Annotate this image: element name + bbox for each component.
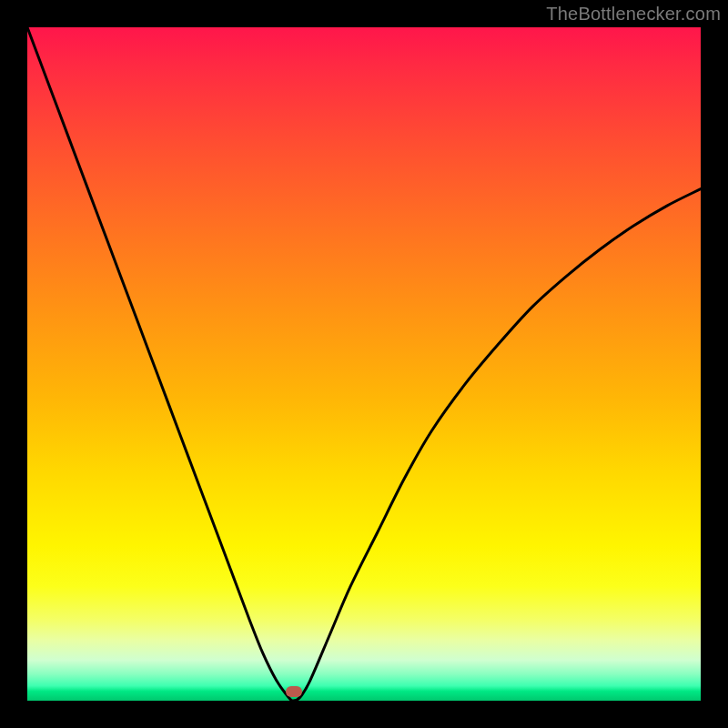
optimal-point-marker	[286, 686, 302, 697]
bottleneck-curve	[27, 27, 701, 701]
plot-area	[27, 27, 701, 701]
watermark-text: TheBottlenecker.com	[546, 4, 721, 25]
chart-frame: TheBottlenecker.com	[0, 0, 728, 728]
